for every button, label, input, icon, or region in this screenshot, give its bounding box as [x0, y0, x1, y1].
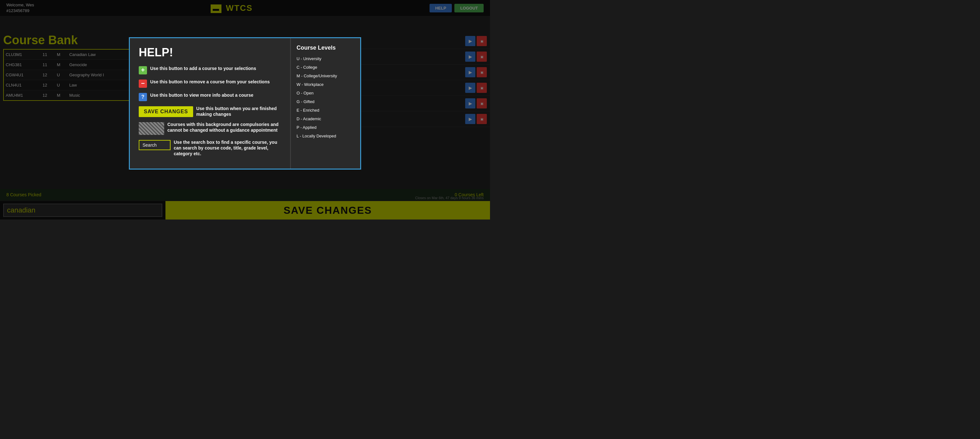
help-text-save: Use this button when you are finished ma…: [196, 106, 281, 117]
help-row-info: ? Use this button to view more info abou…: [139, 92, 281, 101]
modal-right: Course Levels U - UniversityC - CollegeM…: [290, 38, 360, 169]
course-level-item: W - Workplace: [296, 82, 355, 87]
course-level-item: L - Locally Developed: [296, 134, 355, 138]
help-modal: HELP! + Use this button to add a course …: [129, 37, 361, 170]
modal-left: HELP! + Use this button to add a course …: [130, 38, 290, 169]
help-text-remove: Use this button to remove a course from …: [150, 79, 270, 84]
course-level-item: U - University: [296, 56, 355, 61]
course-level-item: E - Enriched: [296, 108, 355, 113]
course-level-item: P - Applied: [296, 125, 355, 130]
info-icon: ?: [139, 93, 147, 101]
course-level-item: G - Gifted: [296, 99, 355, 104]
course-levels-title: Course Levels: [296, 45, 355, 51]
remove-icon: −: [139, 80, 147, 88]
save-changes-demo-button: SAVE CHANGES: [139, 106, 193, 117]
add-icon: +: [139, 66, 147, 75]
course-level-item: O - Open: [296, 91, 355, 95]
modal-overlay: HELP! + Use this button to add a course …: [0, 0, 490, 220]
help-text-add: Use this button to add a course to your …: [150, 65, 256, 71]
help-row-search: Use the search box to find a specific co…: [139, 139, 281, 157]
help-row-save: SAVE CHANGES Use this button when you ar…: [139, 106, 281, 117]
help-text-search: Use the search box to find a specific co…: [174, 139, 281, 157]
course-level-item: C - College: [296, 65, 355, 70]
help-row-remove: − Use this button to remove a course fro…: [139, 79, 281, 88]
hatched-demo: [139, 122, 164, 135]
modal-title: HELP!: [139, 46, 281, 59]
help-row-add: + Use this button to add a course to you…: [139, 65, 281, 75]
course-levels-list: U - UniversityC - CollegeM - College/Uni…: [296, 56, 355, 138]
help-row-hatched: Courses with this background are compuls…: [139, 121, 281, 135]
help-text-hatched: Courses with this background are compuls…: [167, 121, 281, 133]
search-demo-input[interactable]: [139, 140, 170, 150]
course-level-item: D - Academic: [296, 116, 355, 121]
help-text-info: Use this button to view more info about …: [150, 92, 253, 98]
course-level-item: M - College/University: [296, 73, 355, 78]
